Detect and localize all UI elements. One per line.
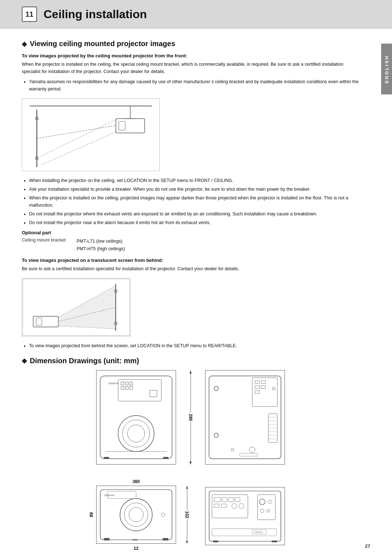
subsection1-bullets: Yamaha assumes no responsibilities for a… xyxy=(29,78,359,93)
dim-89-label: 89 xyxy=(89,512,94,517)
svg-rect-42 xyxy=(261,385,266,388)
subsection2-heading: To view images projected on a translucen… xyxy=(22,258,359,263)
dim-top-right-diagram xyxy=(205,370,285,465)
list-item: Do not install the projector near a fire… xyxy=(29,219,359,226)
svg-point-81 xyxy=(260,509,264,513)
svg-line-5 xyxy=(40,119,116,156)
optional-values: PMT-L71 (low ceilings) PMT-H75 (high cei… xyxy=(77,238,125,253)
optional-label: Ceiling mount bracket xyxy=(22,238,66,253)
svg-rect-84 xyxy=(213,540,219,542)
svg-rect-73 xyxy=(235,497,240,502)
svg-point-30 xyxy=(118,416,154,451)
svg-point-80 xyxy=(268,500,272,503)
dim-bottom-left-diagram: YAMAHA xyxy=(96,486,176,544)
ceiling-mount-diagram xyxy=(22,98,160,171)
svg-rect-35 xyxy=(163,457,168,459)
svg-text:YAMAHA: YAMAHA xyxy=(108,382,119,384)
section2-title-text: Dimension Drawings (unit: mm) xyxy=(30,357,139,365)
dim-top-left-diagram: YAMAHA xyxy=(96,370,176,465)
dim-top-left-wrapper: YAMAHA xyxy=(96,370,176,465)
svg-point-63 xyxy=(161,513,165,516)
dimension-row-bottom: 360 89 YAMAHA xyxy=(96,479,285,545)
svg-point-32 xyxy=(127,425,145,442)
dim-top-right-wrapper xyxy=(205,370,285,465)
svg-rect-27 xyxy=(125,386,128,389)
svg-point-55 xyxy=(249,447,255,453)
svg-rect-78 xyxy=(258,494,275,519)
svg-rect-24 xyxy=(125,382,128,385)
svg-rect-85 xyxy=(271,540,277,542)
svg-point-77 xyxy=(239,503,244,509)
svg-point-79 xyxy=(260,499,265,505)
main-bullets-list: When installing the projector on the cei… xyxy=(29,177,359,226)
svg-text:YAMAHA: YAMAHA xyxy=(104,494,114,496)
svg-line-10 xyxy=(37,125,116,138)
list-item: Yamaha assumes no responsibilities for a… xyxy=(29,78,359,93)
dim-bottom-right-wrapper: YAMAHA xyxy=(205,487,285,545)
list-item: When installing the projector on the cei… xyxy=(29,177,359,184)
svg-point-62 xyxy=(129,507,143,522)
svg-point-82 xyxy=(267,509,270,512)
svg-rect-41 xyxy=(255,385,260,388)
svg-rect-40 xyxy=(261,380,266,383)
list-item: PMT-H75 (high ceilings) xyxy=(77,245,125,253)
svg-rect-65 xyxy=(163,538,168,540)
main-content: ◆ Viewing ceiling mounted projector imag… xyxy=(0,29,392,555)
list-item: PMT-L71 (low ceilings) xyxy=(77,238,125,245)
svg-point-53 xyxy=(214,433,219,437)
svg-rect-64 xyxy=(104,538,110,540)
page-title: Ceiling installation xyxy=(44,8,147,21)
svg-rect-70 xyxy=(214,497,221,502)
svg-point-52 xyxy=(214,386,219,390)
page: 11 Ceiling installation ENGLISH ◆ Viewin… xyxy=(0,0,392,555)
dim-360-label: 360 xyxy=(96,479,176,484)
dimension-drawings-grid: YAMAHA ▲ ▼ 290 xyxy=(22,370,359,545)
dim-12-label: 12 xyxy=(134,546,138,551)
chapter-number: 11 xyxy=(22,7,37,22)
svg-rect-26 xyxy=(121,386,124,389)
svg-rect-3 xyxy=(116,118,144,133)
svg-rect-16 xyxy=(36,318,42,325)
svg-line-6 xyxy=(40,132,116,165)
svg-text:YAMAHA: YAMAHA xyxy=(254,531,263,533)
svg-rect-34 xyxy=(104,457,109,459)
dim-290-label: 290 xyxy=(187,413,194,421)
optional-table: Ceiling mount bracket PMT-L71 (low ceili… xyxy=(22,238,359,253)
list-item: Ask your installation specialist to prov… xyxy=(29,186,359,193)
svg-rect-4 xyxy=(119,121,125,130)
svg-point-56 xyxy=(231,448,234,451)
list-item: When the projector is installed on the c… xyxy=(29,194,359,209)
dimension-drawings-section: ◆ Dimension Drawings (unit: mm) xyxy=(22,357,359,545)
svg-rect-15 xyxy=(33,316,58,327)
svg-point-54 xyxy=(272,387,275,390)
dim-bottom-right-diagram: YAMAHA xyxy=(205,487,285,545)
svg-rect-38 xyxy=(252,378,277,406)
list-item: Do not install the projector where the e… xyxy=(29,210,359,218)
svg-rect-68 xyxy=(209,491,281,541)
dimension-row-top: YAMAHA ▲ ▼ 290 xyxy=(96,370,285,465)
svg-rect-83 xyxy=(212,528,277,536)
svg-marker-20 xyxy=(58,285,116,329)
svg-rect-69 xyxy=(212,494,248,518)
section1-title-text: Viewing ceiling mounted projector images xyxy=(30,40,175,48)
ceiling-mount-diagram-container xyxy=(22,98,359,171)
diamond-icon: ◆ xyxy=(22,40,27,48)
svg-rect-23 xyxy=(121,382,124,385)
svg-point-60 xyxy=(120,498,152,531)
dim-bottom-left-wrapper: 89 YAMAHA xyxy=(96,486,176,544)
subsection1-body: When the projector is installed on the c… xyxy=(22,61,359,75)
svg-rect-72 xyxy=(229,497,234,502)
section2-title: ◆ Dimension Drawings (unit: mm) xyxy=(22,357,359,365)
svg-point-76 xyxy=(232,503,237,509)
diamond-icon2: ◆ xyxy=(22,357,27,365)
behind-screen-diagram xyxy=(22,278,131,336)
subsection2-bullets: To view images projected from behind the… xyxy=(29,342,359,349)
svg-point-61 xyxy=(124,503,148,526)
language-tab: ENGLISH xyxy=(381,44,392,94)
svg-rect-57 xyxy=(240,453,258,456)
svg-rect-43 xyxy=(255,390,260,393)
svg-rect-71 xyxy=(222,497,227,502)
svg-rect-39 xyxy=(255,380,260,383)
language-label: ENGLISH xyxy=(384,55,389,84)
svg-rect-25 xyxy=(130,382,132,385)
